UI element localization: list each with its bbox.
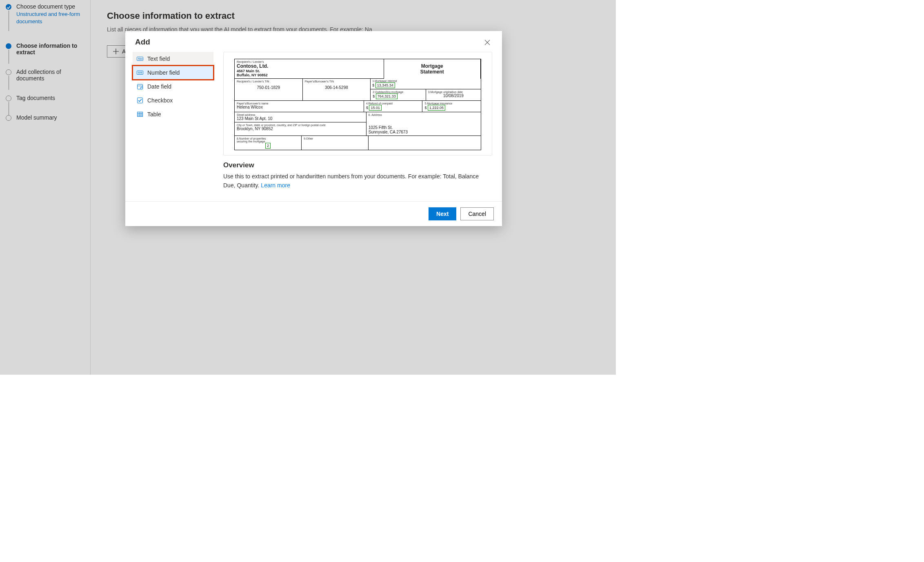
doc-value: 123 Main St Apt. 10	[237, 116, 364, 121]
close-button[interactable]	[482, 38, 492, 49]
field-type-label: Checkbox	[147, 97, 173, 104]
number-field-icon: 123	[137, 69, 143, 76]
doc-label: Recipient's / Lender's TIN	[237, 80, 300, 83]
highlighted-number: 764,321.33	[376, 93, 398, 99]
dialog-title: Add	[135, 38, 150, 47]
svg-rect-7	[138, 112, 143, 117]
field-type-date[interactable]: Date field	[133, 80, 213, 93]
document-preview: Recipient's / Lender's Contoso, Ltd. 456…	[223, 52, 492, 155]
doc-label: Street address	[237, 113, 364, 116]
doc-label: 4.Refund of overpaid	[366, 102, 420, 105]
dialog-body: Abc Text field 123 Number field Date fie…	[125, 52, 502, 201]
dialog-footer: Next Cancel	[125, 201, 502, 226]
preview-column: Recipient's / Lender's Contoso, Ltd. 456…	[223, 52, 492, 201]
doc-addr2: Buffalo, NY 90852	[237, 73, 382, 77]
doc-label: 5.Mortgage insurance	[424, 102, 479, 105]
doc-label: 3.Mortgage origination date	[428, 91, 479, 93]
doc-title-line1: Mortgage	[421, 63, 443, 69]
add-field-dialog: Add Abc Text field 123 Number field Date…	[125, 31, 502, 226]
field-type-checkbox[interactable]: Checkbox	[133, 93, 213, 107]
dialog-header: Add	[125, 31, 502, 52]
svg-text:Abc: Abc	[138, 58, 143, 60]
next-button[interactable]: Next	[429, 207, 456, 220]
overview-text: Use this to extract printed or handwritt…	[223, 172, 492, 190]
doc-value: Helena Wilcox	[237, 105, 362, 109]
field-type-number[interactable]: 123 Number field	[133, 66, 213, 80]
field-type-label: Number field	[147, 69, 180, 76]
highlighted-number: 13,345.34	[375, 82, 395, 88]
doc-value: 1025 Fifth St.	[369, 125, 479, 130]
highlighted-number: 1,222.05	[428, 105, 445, 111]
doc-label: 2.Outstanding mortgage	[373, 91, 423, 93]
doc-company: Contoso, Ltd.	[237, 63, 382, 69]
doc-value: Sunnyvale, CA 27673	[369, 130, 479, 134]
cancel-button[interactable]: Cancel	[460, 207, 494, 220]
highlighted-number: 2	[265, 143, 271, 149]
checkbox-icon	[137, 97, 143, 104]
doc-label: Recipient's / Lender's	[237, 60, 382, 63]
overview-heading: Overview	[223, 161, 492, 169]
text-field-icon: Abc	[137, 56, 143, 62]
table-icon	[137, 111, 143, 118]
doc-value: Brooklyn, NY 90852	[237, 127, 364, 131]
svg-text:123: 123	[138, 71, 142, 74]
doc-value: 306-14-5298	[305, 85, 369, 90]
field-type-label: Text field	[147, 56, 170, 62]
doc-label: 9.Other	[304, 137, 366, 140]
field-type-text[interactable]: Abc Text field	[133, 52, 213, 66]
doc-value: 10/08/2019	[428, 93, 479, 98]
doc-label: 1.Mortgage interest	[372, 80, 479, 82]
close-icon	[484, 39, 491, 46]
doc-label: Payer's/Borrower's name	[237, 102, 362, 105]
field-type-table[interactable]: Table	[133, 107, 213, 121]
doc-label: Payer's/Borrower's TIN	[305, 80, 369, 83]
doc-label: 6. Address	[369, 113, 479, 116]
doc-value: 750-01-1829	[237, 85, 300, 90]
doc-label: 8.Number of properties securing the mort…	[237, 137, 273, 143]
learn-more-link[interactable]: Learn more	[261, 182, 290, 189]
doc-addr1: 4567 Main St.	[237, 69, 382, 73]
field-type-label: Date field	[147, 83, 171, 90]
highlighted-number: 15.01	[369, 105, 382, 111]
doc-title-line2: Statement	[420, 69, 444, 75]
doc-label: City or Town, state or province, country…	[237, 124, 364, 127]
field-type-label: Table	[147, 111, 161, 118]
field-type-list: Abc Text field 123 Number field Date fie…	[133, 52, 213, 201]
date-field-icon	[137, 83, 143, 90]
